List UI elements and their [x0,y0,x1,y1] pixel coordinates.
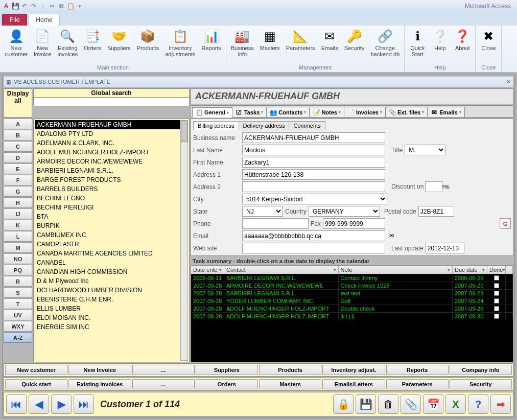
postal-input[interactable] [418,206,454,217]
az-k[interactable]: K [4,220,32,230]
discount-input[interactable] [425,181,442,192]
city-select[interactable]: 5014 Kerpen-Sindorf [242,194,387,204]
az-wxy[interactable]: WXY [4,321,32,332]
az-a-z[interactable]: A-Z [4,332,32,343]
qat-dropdown-icon[interactable]: ▼ [76,2,84,10]
customer-item[interactable]: DCI HARDWOOD LUMBER DIVISION [35,286,180,295]
customer-item[interactable]: ACKERMANN-FRUEHAUF GMBH [35,120,180,129]
phone-input[interactable] [242,218,309,229]
detail-tab-tasks[interactable]: ☑Tasks ▾ [232,107,267,117]
business-name-input[interactable] [242,132,385,143]
ribbon-new-invoice[interactable]: 📄Newinvoice [31,27,54,64]
state-select[interactable]: NJ [242,206,283,217]
col-note[interactable]: Note▾ [339,266,453,274]
nav-next-button[interactable]: ▶ [51,394,72,414]
sub-tab-deliveryaddress[interactable]: Delivery address [239,121,290,130]
ribbon-orders[interactable]: 📑Orders [81,27,104,64]
action-[interactable]: ... [132,365,195,375]
customer-item[interactable]: ELLIS LUMBER [35,304,180,313]
col-date[interactable]: Date ente▾ [191,266,224,274]
qat-redo-icon[interactable]: ↷ [30,2,38,10]
task-row[interactable]: 2006-06-11BARBIERI LEGNAMI S.R.L.Contact… [191,274,513,282]
az-r[interactable]: R [4,276,32,287]
detail-tab-contacts[interactable]: 👥Contacts ▾ [266,107,310,117]
customer-item[interactable]: ADALONG PTY LTD [35,129,180,138]
sub-tab-comments[interactable]: Comments [289,121,325,130]
attach-button[interactable]: 📎 [401,394,421,414]
customer-item[interactable]: BECHINI LEGNO [35,194,180,203]
customer-item[interactable]: CANADEL [35,258,180,267]
qat-save-icon[interactable]: 💾 [11,2,19,10]
task-row[interactable]: 2007-09-28YODER LUMBER COMPANY, INC.Golf… [191,297,513,305]
ribbon-parameters[interactable]: 📐Parameters [284,27,318,64]
nav-prev-button[interactable]: ◀ [29,394,49,414]
action-newcustomer[interactable]: New customer [5,365,67,375]
action-parameters[interactable]: Parameters [386,379,449,389]
az-a[interactable]: A [4,119,32,129]
ribbon-new-customer[interactable]: 👤Newcustomer [2,27,30,64]
address2-input[interactable] [242,181,385,192]
customer-item[interactable]: CAMBIUMEX INC. [35,230,180,240]
customer-item[interactable]: ADOLF MUENCHINGER HOLZ-IMPORT [35,148,180,157]
nav-first-button[interactable]: ⏮ [6,394,27,414]
az-no[interactable]: NO [4,253,32,264]
ribbon-business-info[interactable]: 🏭Businessinfo [228,27,256,64]
az-g[interactable]: G [4,186,32,197]
az-f[interactable]: F [4,175,32,185]
action-orders[interactable]: Orders [196,379,258,389]
action-existinginvoices[interactable]: Existing invoices [68,379,131,389]
title-select[interactable]: M. [405,145,445,155]
ribbon-quick-start[interactable]: ℹQuickStart [407,27,428,64]
display-all-button[interactable]: Display all [4,88,32,118]
task-row[interactable]: 2007-09-28ADOLF MUENCHINGER HOLZ-IMPORTj… [191,312,513,320]
qat-paste-icon[interactable]: 📋 [66,2,75,10]
ribbon-existing-invoices[interactable]: 🔍Existinginvoices [55,27,81,64]
az-pq[interactable]: PQ [4,265,32,275]
calendar-button[interactable]: 📅 [423,394,443,414]
fax-input[interactable] [323,218,385,229]
customer-item[interactable]: BARBIERI LEGNAMI S.R.L. [35,166,180,175]
ribbon-products[interactable]: 📦Products [134,27,161,64]
ribbon-about[interactable]: ❓About [452,27,473,64]
customer-item[interactable]: ADELMANN & CLARK, INC. [35,138,180,148]
task-row[interactable]: 2007-09-28BARBIERI LEGNAMI S.R.L.test te… [191,289,513,297]
action-inventoryadjust[interactable]: Inventory adjust. [322,365,385,375]
az-c[interactable]: C [4,141,32,152]
customer-item[interactable]: CANADIAN HIGH COMMISSION [35,267,180,276]
detail-tab-invoices[interactable]: 📄Invoices ▾ [344,107,386,117]
customer-list-scrollbar[interactable] [180,120,188,361]
global-search-input[interactable] [33,97,190,106]
az-d[interactable]: D [4,152,32,163]
customer-item[interactable]: CANADA MARITIME AGENCIES LIMITED [35,249,180,258]
customer-item[interactable]: CAMOPLASTR [35,240,180,249]
delete-button[interactable]: 🗑 [378,394,398,414]
action-quickstart[interactable]: Quick start [5,379,67,389]
task-row[interactable]: 2007-09-28ADOLF MUENCHINGER HOLZ-IMPORTD… [191,305,513,312]
lock-button[interactable]: 🔒 [333,394,354,414]
col-contact[interactable]: Contact▾ [224,266,339,274]
az-b[interactable]: B [4,130,32,141]
excel-button[interactable]: X [445,394,466,414]
detail-tab-extfiles[interactable]: 📎Ext. files ▾ [385,107,428,117]
ribbon-change-backenddb[interactable]: 🔗Changebackend db [368,27,402,64]
country-select[interactable]: GERMANY [309,206,380,217]
detail-tab-emails[interactable]: ✉Emails ▾ [427,107,464,117]
detail-tab-notes[interactable]: 📝Notes ▾ [309,107,344,117]
tab-home[interactable]: Home [28,14,60,26]
customer-item[interactable]: BURPIK [35,221,180,230]
az-m[interactable]: M [4,242,32,253]
ribbon-masters[interactable]: ▦Masters [257,27,283,64]
az-l[interactable]: L [4,231,32,242]
customer-item[interactable]: ARMOIRE DECOR INC.WEWEWEWE [35,157,180,166]
action-[interactable]: ... [132,379,195,389]
action-reports[interactable]: Reports [386,365,449,375]
az-t[interactable]: T [4,298,32,309]
ribbon-suppliers[interactable]: 🤝Suppliers [105,27,133,64]
customer-item[interactable]: BARRELS BUILDERS [35,184,180,194]
ribbon-security[interactable]: 🔑Security [342,27,367,64]
exit-button[interactable]: ➡ [490,394,511,414]
ribbon-close[interactable]: ✖Close [478,27,499,64]
last-name-input[interactable] [242,145,385,155]
az-e[interactable]: E [4,164,32,174]
task-row[interactable]: 2007-09-28ARMOIRE DECOR INC.WEWEWEWEChec… [191,282,513,289]
